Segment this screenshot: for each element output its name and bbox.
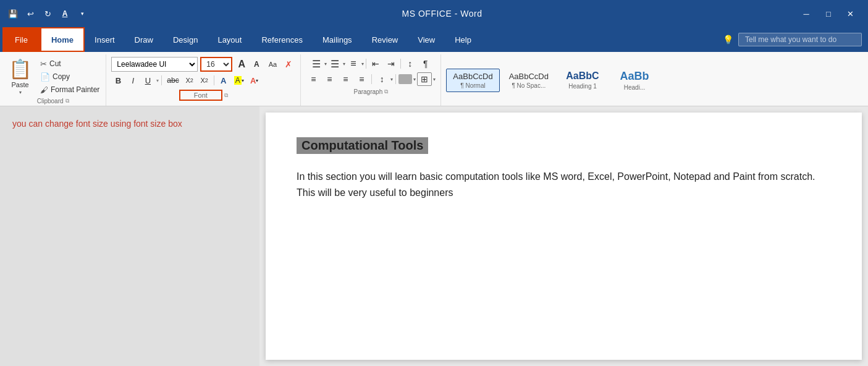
- tab-references[interactable]: References: [251, 27, 312, 52]
- format-painter-icon: 🖌: [40, 85, 48, 95]
- dropdown-arrow-icon[interactable]: ▾: [75, 7, 89, 20]
- justify-button[interactable]: ≡: [354, 72, 369, 86]
- font-expand-icon[interactable]: ⧉: [224, 92, 228, 99]
- text-effects-button[interactable]: A: [217, 74, 230, 87]
- para-divider4: [395, 74, 396, 84]
- tab-view[interactable]: View: [408, 27, 445, 52]
- style-normal-label: ¶ Normal: [460, 82, 485, 89]
- format-painter-button[interactable]: 🖌 Format Painter: [38, 84, 102, 96]
- numbering-dropdown[interactable]: ▾: [343, 61, 345, 67]
- font-size-select[interactable]: 16: [200, 57, 232, 72]
- document-area: you can change font size using font size…: [0, 106, 868, 366]
- copy-button[interactable]: 📄 Copy: [38, 71, 102, 83]
- underline-options-icon[interactable]: ▾: [156, 78, 159, 83]
- show-marks-button[interactable]: ¶: [418, 57, 433, 70]
- quick-access-toolbar: 💾 ↩ ↻ A ▾: [6, 7, 89, 20]
- bullets-button[interactable]: ☰: [309, 57, 324, 70]
- subscript-button[interactable]: X2: [183, 74, 196, 87]
- align-left-button[interactable]: ≡: [306, 72, 321, 86]
- borders-dropdown[interactable]: ▾: [433, 77, 436, 82]
- sidebar-note: you can change font size using font size…: [12, 119, 247, 129]
- style-normal[interactable]: AaBbCcDd ¶ Normal: [446, 69, 499, 92]
- align-center-button[interactable]: ≡: [322, 72, 337, 86]
- paste-button[interactable]: 📋 Paste ▾: [4, 56, 36, 98]
- style-h2-preview: AaBb: [620, 70, 649, 83]
- font-color-button[interactable]: A▾: [248, 74, 261, 87]
- document-paragraph: In this section you will learn basic com…: [297, 169, 831, 200]
- maximize-button[interactable]: □: [817, 5, 840, 22]
- font-group-top-row: Leelawadee UI 16 A A Aa ✗: [111, 57, 295, 72]
- highlight-color-button[interactable]: A▾: [232, 74, 246, 87]
- paste-dropdown-icon[interactable]: ▾: [19, 90, 22, 95]
- increase-indent-button[interactable]: ⇥: [384, 57, 398, 70]
- bullets-dropdown[interactable]: ▾: [324, 61, 327, 67]
- undo-icon[interactable]: ↩: [23, 7, 37, 20]
- shading-dropdown[interactable]: ▾: [413, 77, 416, 82]
- copy-label: Copy: [53, 72, 70, 81]
- line-spacing-button[interactable]: ↕: [374, 72, 389, 86]
- tab-mailings[interactable]: Mailings: [313, 27, 362, 52]
- tab-layout[interactable]: Layout: [208, 27, 251, 52]
- shading-button[interactable]: [398, 74, 412, 84]
- tab-design[interactable]: Design: [163, 27, 208, 52]
- search-input[interactable]: [738, 33, 862, 46]
- italic-button[interactable]: I: [126, 74, 140, 87]
- font-group-label: Font ⧉: [111, 90, 295, 102]
- para-divider1: [366, 59, 366, 69]
- document-heading: Computational Tools: [297, 137, 428, 154]
- multilevel-dropdown[interactable]: ▾: [361, 61, 364, 67]
- para-divider2: [400, 59, 401, 69]
- ribbon-search: 💡: [723, 27, 868, 52]
- tab-draw[interactable]: Draw: [125, 27, 163, 52]
- clear-formatting-button[interactable]: ✗: [282, 57, 295, 71]
- paragraph-expand-icon[interactable]: ⧉: [384, 88, 388, 95]
- title-bar: 💾 ↩ ↻ A ▾ MS OFFICE - Word ─ □ ✕: [0, 0, 868, 27]
- decrease-indent-button[interactable]: ⇤: [368, 57, 383, 70]
- underline-button[interactable]: U: [141, 74, 154, 87]
- style-heading1[interactable]: AaBbC Heading 1: [558, 67, 607, 93]
- numbering-button[interactable]: ☰: [327, 57, 342, 70]
- style-h1-preview: AaBbC: [566, 70, 599, 82]
- tab-home[interactable]: Home: [40, 27, 85, 52]
- document-page[interactable]: Computational Tools In this section you …: [266, 113, 862, 360]
- font-shrink-button[interactable]: A: [250, 57, 263, 71]
- redo-icon[interactable]: ↻: [41, 7, 54, 20]
- clipboard-expand-icon[interactable]: ⧉: [65, 98, 69, 104]
- superscript-button[interactable]: X2: [198, 74, 211, 87]
- save-icon[interactable]: 💾: [6, 7, 20, 20]
- paragraph-bottom-row: ≡ ≡ ≡ ≡ ↕ ▾ ▾ ⊞ ▾: [306, 72, 436, 86]
- para-divider3: [371, 74, 372, 84]
- cut-button[interactable]: ✂ Cut: [38, 58, 102, 70]
- line-spacing-dropdown[interactable]: ▾: [390, 77, 393, 82]
- ribbon-tabs: File Home Insert Draw Design Layout Refe…: [0, 27, 868, 52]
- minimize-button[interactable]: ─: [795, 5, 817, 22]
- text-effects-qa-icon[interactable]: A: [58, 7, 72, 20]
- font-group-bottom-row: B I U ▾ abc X2 X2 A A▾ A▾: [111, 74, 295, 87]
- tab-insert[interactable]: Insert: [85, 27, 125, 52]
- paragraph-group-label: Paragraph ⧉: [306, 88, 436, 96]
- clipboard-group-content: 📋 Paste ▾ ✂ Cut 📄 Copy 🖌 Format Painter: [4, 54, 102, 98]
- change-case-button[interactable]: Aa: [266, 57, 279, 71]
- tab-help[interactable]: Help: [445, 27, 481, 52]
- tab-review[interactable]: Review: [362, 27, 408, 52]
- sort-button[interactable]: ↕: [403, 57, 418, 70]
- close-button[interactable]: ✕: [840, 5, 862, 22]
- tab-file[interactable]: File: [2, 27, 40, 52]
- font-grow-button[interactable]: A: [235, 57, 248, 71]
- style-nospace-label: ¶ No Spac...: [512, 82, 546, 89]
- style-no-space[interactable]: AaBbCcDd ¶ No Spac...: [502, 69, 555, 92]
- multilevel-button[interactable]: ≡: [346, 57, 361, 70]
- window-controls: ─ □ ✕: [795, 5, 862, 22]
- cut-icon: ✂: [40, 59, 47, 69]
- bold-button[interactable]: B: [111, 74, 125, 87]
- strikethrough-button[interactable]: abc: [164, 74, 181, 87]
- align-right-button[interactable]: ≡: [338, 72, 353, 86]
- font-group: Leelawadee UI 16 A A Aa ✗ B I U ▾ abc X2…: [106, 54, 301, 106]
- lightbulb-icon: 💡: [723, 35, 733, 45]
- paste-icon: 📋: [9, 58, 32, 80]
- ribbon-content: 📋 Paste ▾ ✂ Cut 📄 Copy 🖌 Format Painter: [0, 52, 868, 106]
- font-name-select[interactable]: Leelawadee UI: [111, 57, 198, 72]
- borders-button[interactable]: ⊞: [417, 72, 432, 86]
- font-label-text: Font: [179, 90, 222, 101]
- style-heading2[interactable]: AaBb Headi...: [610, 67, 659, 94]
